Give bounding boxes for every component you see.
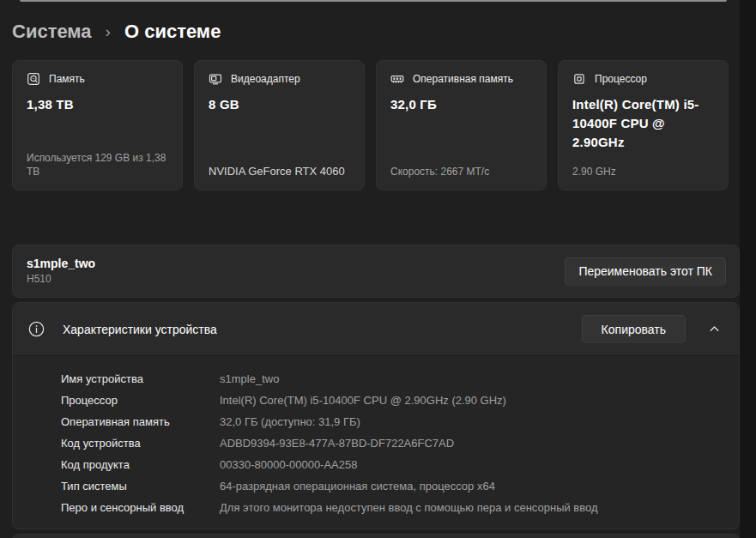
spec-value: 00330-80000-00000-AA258	[220, 454, 357, 475]
spec-label: Процессор	[61, 390, 220, 411]
device-specs-table: Имя устройства s1mple_two Процессор Inte…	[13, 355, 739, 529]
card-storage-detail: Используется 129 GB из 1,38 TB	[27, 151, 168, 178]
page-title: О системе	[124, 21, 221, 43]
spec-label: Оперативная память	[61, 411, 220, 432]
card-ram-detail: Скорость: 2667 МТ/с	[390, 165, 532, 178]
table-row: Код устройства ADBD9394-93E8-477A-87BD-D…	[61, 432, 725, 454]
spec-value: 64-разрядная операционная система, проце…	[220, 475, 495, 497]
spec-value: 32,0 ГБ (доступно: 31,9 ГБ)	[220, 411, 360, 432]
card-gpu-value: 8 GB	[209, 95, 350, 114]
device-name: s1mple_two	[27, 257, 95, 271]
card-cpu: Процессор Intel(R) Core(TM) i5-10400F CP…	[558, 60, 729, 190]
table-row: Имя устройства s1mple_two	[61, 368, 725, 390]
card-storage: Память 1,38 TB Используется 129 GB из 1,…	[12, 60, 183, 190]
table-row: Код продукта 00330-80000-00000-AA258	[61, 454, 725, 475]
ram-icon	[390, 72, 404, 86]
spec-value: Intel(R) Core(TM) i5-10400F CPU @ 2.90GH…	[220, 390, 506, 411]
copy-button[interactable]: Копировать	[582, 315, 686, 343]
cpu-icon	[572, 72, 586, 86]
chevron-right-icon: ›	[103, 22, 113, 41]
card-gpu: Видеоадаптер 8 GB NVIDIA GeForce RTX 406…	[194, 60, 365, 190]
card-storage-header: Память	[27, 72, 168, 86]
info-icon	[28, 321, 45, 337]
card-cpu-detail: 2.90 GHz	[572, 165, 714, 178]
device-name-card: s1mple_two H510 Переименовать этот ПК	[12, 245, 740, 298]
spec-value: s1mple_two	[220, 368, 279, 390]
next-section-card-partial	[12, 534, 740, 538]
summary-cards-row: Память 1,38 TB Используется 129 GB из 1,…	[12, 60, 740, 190]
table-row: Тип системы 64-разрядная операционная си…	[61, 475, 725, 497]
card-storage-title: Память	[49, 73, 85, 85]
spec-label: Тип системы	[61, 475, 220, 497]
card-ram-value: 32,0 ГБ	[390, 95, 532, 114]
spec-label: Имя устройства	[61, 368, 220, 390]
device-specs-expander: Характеристики устройства Копировать Имя…	[12, 302, 740, 529]
device-specs-title: Характеристики устройства	[63, 323, 217, 336]
card-gpu-title: Видеоадаптер	[231, 73, 300, 85]
card-cpu-value: Intel(R) Core(TM) i5-10400F CPU @ 2.90GH…	[572, 95, 714, 152]
spec-label: Код продукта	[61, 454, 220, 475]
rename-pc-button[interactable]: Переименовать этот ПК	[565, 257, 726, 286]
table-row: Перо и сенсорный ввод Для этого монитора…	[61, 497, 725, 518]
about-system-page: Система › О системе Память 1,38 TB Испол…	[12, 0, 740, 538]
card-cpu-header: Процессор	[572, 72, 714, 86]
card-cpu-title: Процессор	[595, 73, 647, 85]
gpu-icon	[209, 72, 222, 86]
card-gpu-detail: NVIDIA GeForce RTX 4060	[209, 165, 350, 178]
card-ram: Оперативная память 32,0 ГБ Скорость: 266…	[376, 60, 547, 190]
table-row: Процессор Intel(R) Core(TM) i5-10400F CP…	[61, 390, 725, 411]
device-model: H510	[27, 273, 95, 286]
spec-value: ADBD9394-93E8-477A-87BD-DF722A6FC7AD	[220, 432, 454, 454]
breadcrumb-system[interactable]: Система	[12, 21, 92, 43]
device-identity: s1mple_two H510	[27, 257, 95, 286]
scrollbar-gutter	[740, 0, 756, 538]
card-ram-header: Оперативная память	[390, 72, 532, 86]
spec-label: Код устройства	[61, 432, 220, 454]
card-storage-value: 1,38 TB	[27, 95, 168, 114]
device-specs-header[interactable]: Характеристики устройства Копировать	[13, 303, 739, 355]
spec-label: Перо и сенсорный ввод	[61, 497, 220, 518]
breadcrumb: Система › О системе	[12, 0, 740, 45]
spec-value: Для этого монитора недоступен ввод с пом…	[220, 497, 598, 518]
table-row: Оперативная память 32,0 ГБ (доступно: 31…	[61, 411, 725, 432]
card-ram-title: Оперативная память	[413, 73, 513, 85]
card-gpu-header: Видеоадаптер	[209, 72, 350, 86]
storage-icon	[27, 72, 40, 86]
chevron-up-icon	[708, 323, 721, 335]
collapse-expander-button[interactable]	[704, 319, 724, 340]
